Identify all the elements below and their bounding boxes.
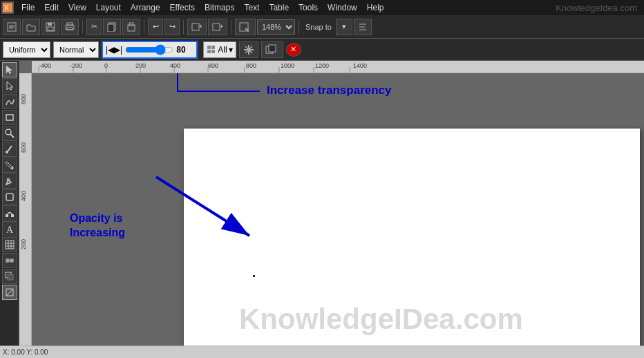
transparency-tool[interactable] [2,285,17,300]
opacity-line2: Increasing [70,226,125,241]
zoom-button[interactable] [235,19,256,35]
import-button[interactable] [187,19,207,35]
freeze-button[interactable] [239,41,258,58]
menu-text[interactable]: Text [239,1,264,14]
document-page: KnowledgeIDea.com [184,129,640,346]
redo-button[interactable]: ↪ [164,19,180,35]
svg-line-42 [8,146,12,151]
toolbar-separator-1 [82,20,83,34]
pen-tool[interactable] [2,173,17,189]
annotation-line-v [177,73,178,92]
svg-rect-11 [67,28,73,30]
snap-label: Snap to [305,23,332,31]
menu-file[interactable]: File [17,1,39,14]
shadow-tool[interactable] [2,269,17,284]
align-button[interactable] [354,19,372,35]
fill-tool[interactable] [2,158,17,173]
svg-point-54 [6,258,10,263]
svg-rect-7 [48,23,52,26]
menu-help[interactable]: Help [362,1,389,14]
copy-button[interactable] [103,19,121,35]
new-button[interactable] [3,19,21,35]
page-watermark: KnowledgeIDea.com [239,303,523,336]
zoom-control: 148% [257,19,295,35]
svg-rect-39 [6,115,13,120]
duplicate-transparency-button[interactable] [261,41,283,58]
zoom-select[interactable]: 148% [257,19,295,35]
normal-select[interactable]: Normal [53,41,99,58]
copy-transparency-icon [265,44,279,55]
svg-rect-36 [269,45,276,52]
svg-rect-49 [6,241,14,249]
zoom-tool[interactable] [2,126,17,141]
rectangle-tool[interactable] [2,110,17,125]
svg-rect-30 [211,50,215,53]
menu-bar: X File Edit View Layout Arrange Effects … [0,0,644,15]
app-icon: X [1,1,14,14]
svg-marker-18 [200,24,202,28]
ruler-left: 800 600 400 200 [19,73,32,346]
all-chevron: ▾ [229,45,233,55]
print-button[interactable] [61,19,79,35]
select-tool[interactable] [2,62,17,77]
svg-rect-46 [6,214,8,217]
svg-rect-27 [207,46,211,49]
uniform-select[interactable]: Uniform [3,41,50,58]
table-tool[interactable] [2,237,17,252]
svg-rect-19 [213,23,220,30]
svg-rect-28 [211,46,215,49]
transparency-value: 80 [176,45,193,55]
pick-tool[interactable] [2,78,17,93]
menu-view[interactable]: View [64,1,91,14]
shape-tool[interactable] [2,189,17,205]
opacity-label: Opacity is Increasing [70,211,125,241]
menu-layout[interactable]: Layout [91,1,126,14]
freehand-tool[interactable] [2,94,17,109]
transparency-icon: |◀▶| [106,45,122,55]
menu-window[interactable]: Window [323,1,362,14]
all-icon [207,45,216,55]
menu-edit[interactable]: Edit [39,1,64,14]
svg-rect-47 [11,214,14,217]
svg-point-55 [10,258,14,263]
text-tool[interactable]: A [2,221,17,236]
left-toolbar: A [0,61,19,346]
toolbar-separator-5 [299,20,299,34]
top-watermark: KnowledgeIdea.com [556,3,643,13]
svg-marker-37 [6,66,12,74]
main-toolbar: ✂ ↩ ↪ 148% Snap to ▾ [0,15,644,39]
menu-bitmaps[interactable]: Bitmaps [200,1,239,14]
blend-tool[interactable] [2,253,17,268]
clear-transparency-button[interactable]: ✕ [286,43,301,57]
node-tool[interactable] [2,205,17,220]
all-dropdown[interactable]: All ▾ [203,41,236,58]
svg-rect-16 [192,23,199,30]
svg-text:A: A [6,225,14,234]
menu-table[interactable]: Table [264,1,294,14]
transparency-toolbar: Uniform Normal |◀▶| 80 All ▾ ✕ [0,39,644,61]
menu-arrange[interactable]: Arrange [126,1,165,14]
transparency-slider[interactable] [125,45,173,55]
svg-rect-8 [48,27,53,30]
snap-dropdown[interactable]: ▾ [336,19,352,35]
export-button[interactable] [208,19,227,35]
toolbar-separator-3 [183,20,184,34]
paste-button[interactable] [122,19,140,35]
save-button[interactable] [41,19,59,35]
canvas-content[interactable]: KnowledgeIDea.com Increase transparency [32,73,644,346]
increase-transparency-label: Increase transparency [267,84,392,97]
all-label: All [218,45,227,55]
svg-marker-21 [221,24,222,28]
menu-tools[interactable]: Tools [294,1,323,14]
eyedropper-tool[interactable] [2,142,17,157]
toolbar2-right: All ▾ ✕ [203,41,301,58]
main-area: A -400 -200 0 200 400 600 800 1000 1200 … [0,61,644,346]
toolbar-separator-4 [231,20,231,34]
open-button[interactable] [22,19,40,35]
opacity-line1: Opacity is [70,211,125,226]
cut-button[interactable]: ✂ [86,19,102,35]
menu-effects[interactable]: Effects [165,1,200,14]
ruler-top: -400 -200 0 200 400 600 800 1000 1200 14… [32,61,644,73]
undo-button[interactable]: ↩ [148,19,163,35]
svg-marker-38 [7,82,13,90]
